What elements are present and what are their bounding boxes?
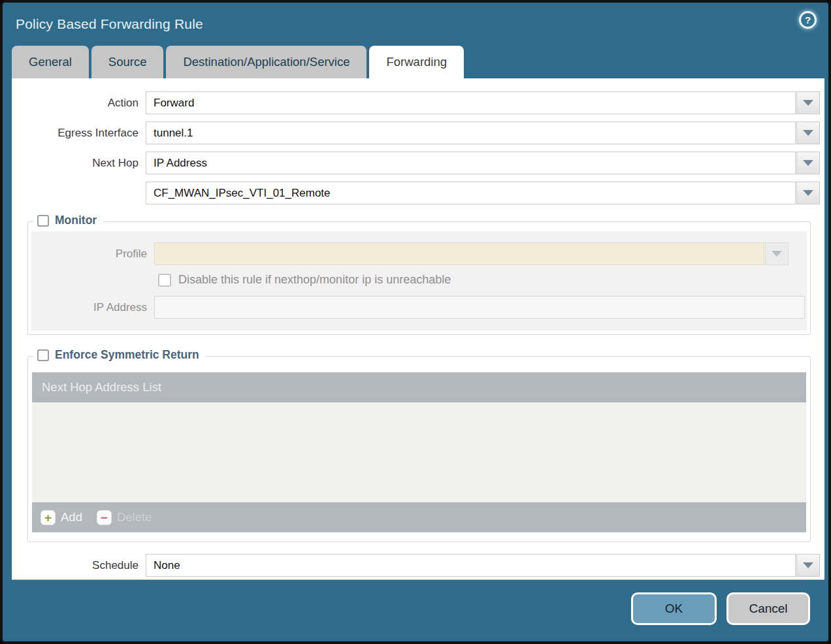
dialog-footer: OK Cancel bbox=[631, 592, 810, 625]
tab-forwarding[interactable]: Forwarding bbox=[369, 46, 464, 78]
tab-source[interactable]: Source bbox=[91, 46, 164, 78]
chevron-down-icon bbox=[803, 160, 813, 166]
action-dropdown-button[interactable] bbox=[796, 91, 820, 114]
action-select[interactable]: Forward bbox=[146, 91, 796, 114]
next-hop-type-select[interactable]: IP Address bbox=[146, 152, 796, 174]
monitor-ip-address-input[interactable] bbox=[154, 296, 805, 319]
help-icon[interactable]: ? bbox=[799, 11, 817, 29]
next-hop-address-list-body[interactable] bbox=[32, 402, 806, 502]
minus-icon: − bbox=[97, 510, 112, 525]
tab-bar: General Source Destination/Application/S… bbox=[3, 46, 828, 78]
enforce-symmetric-return-checkbox[interactable] bbox=[37, 349, 49, 361]
monitor-ip-address-label: IP Address bbox=[31, 301, 154, 314]
monitor-panel: Profile Disable this rule if nexthop/mon… bbox=[31, 231, 807, 330]
monitor-section: Monitor Profile Disable this rule if nex… bbox=[27, 221, 811, 335]
profile-row: Profile bbox=[31, 242, 807, 265]
next-hop-address-row: CF_MWAN_IPsec_VTI_01_Remote bbox=[12, 182, 820, 204]
chevron-down-icon bbox=[803, 100, 813, 106]
next-hop-address-table: Next Hop Address List + Add − Delete bbox=[32, 372, 806, 532]
add-button-label: Add bbox=[61, 510, 82, 524]
profile-label: Profile bbox=[31, 248, 154, 261]
plus-icon: + bbox=[41, 510, 56, 525]
chevron-down-icon bbox=[803, 130, 813, 136]
egress-interface-row: Egress Interface tunnel.1 bbox=[12, 121, 820, 144]
cancel-button[interactable]: Cancel bbox=[726, 592, 810, 625]
schedule-row: Schedule None bbox=[12, 554, 820, 577]
monitor-ip-address-row: IP Address bbox=[31, 296, 807, 319]
disable-rule-row: Disable this rule if nexthop/monitor ip … bbox=[158, 273, 807, 287]
tab-destination-application-service[interactable]: Destination/Application/Service bbox=[166, 46, 367, 78]
action-label: Action bbox=[12, 97, 146, 110]
delete-button[interactable]: − Delete bbox=[97, 510, 152, 525]
enforce-symmetric-return-legend: Enforce Symmetric Return bbox=[33, 348, 206, 362]
schedule-label: Schedule bbox=[12, 559, 146, 572]
ok-button[interactable]: OK bbox=[631, 592, 717, 625]
profile-dropdown-button[interactable] bbox=[765, 242, 789, 265]
monitor-title: Monitor bbox=[55, 214, 97, 227]
next-hop-label: Next Hop bbox=[12, 157, 146, 170]
schedule-select[interactable]: None bbox=[146, 554, 796, 577]
enforce-symmetric-return-section: Enforce Symmetric Return Next Hop Addres… bbox=[27, 356, 811, 542]
add-button[interactable]: + Add bbox=[41, 510, 82, 525]
pbf-rule-dialog: Policy Based Forwarding Rule ? General S… bbox=[0, 0, 831, 644]
chevron-down-icon bbox=[803, 562, 813, 568]
next-hop-dropdown-button[interactable] bbox=[796, 152, 820, 174]
disable-rule-label: Disable this rule if nexthop/monitor ip … bbox=[178, 273, 451, 287]
next-hop-address-select[interactable]: CF_MWAN_IPsec_VTI_01_Remote bbox=[146, 182, 796, 204]
chevron-down-icon bbox=[772, 251, 782, 257]
dialog-titlebar: Policy Based Forwarding Rule ? bbox=[3, 3, 828, 46]
profile-select[interactable] bbox=[154, 242, 764, 265]
disable-rule-checkbox[interactable] bbox=[158, 274, 171, 287]
delete-button-label: Delete bbox=[117, 510, 152, 524]
egress-interface-select[interactable]: tunnel.1 bbox=[146, 121, 796, 144]
next-hop-address-list-header: Next Hop Address List bbox=[32, 372, 806, 402]
next-hop-address-list-toolbar: + Add − Delete bbox=[32, 502, 806, 532]
monitor-checkbox[interactable] bbox=[37, 215, 49, 227]
egress-interface-label: Egress Interface bbox=[12, 127, 146, 140]
schedule-dropdown-button[interactable] bbox=[796, 554, 820, 577]
next-hop-row: Next Hop IP Address bbox=[12, 152, 820, 174]
monitor-legend: Monitor bbox=[33, 214, 103, 227]
chevron-down-icon bbox=[803, 190, 813, 196]
enforce-symmetric-return-title: Enforce Symmetric Return bbox=[55, 348, 199, 362]
forwarding-tab-panel: Action Forward Egress Interface tunnel.1… bbox=[12, 78, 824, 580]
egress-interface-dropdown-button[interactable] bbox=[796, 121, 820, 144]
tab-general[interactable]: General bbox=[12, 46, 89, 78]
next-hop-address-dropdown-button[interactable] bbox=[796, 182, 820, 204]
action-row: Action Forward bbox=[12, 91, 820, 114]
dialog-title: Policy Based Forwarding Rule bbox=[16, 16, 203, 32]
